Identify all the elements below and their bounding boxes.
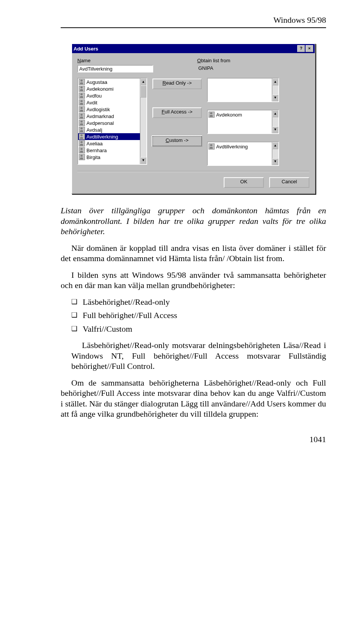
user-icon bbox=[79, 93, 85, 99]
fullaccess-listbox[interactable]: Avdekonom ▲ ▼ bbox=[207, 110, 279, 134]
paragraph-3: Läsbehörighet//Read-only motsvarar delni… bbox=[71, 340, 326, 372]
dialog-titlebar: Add Users ? × bbox=[72, 44, 315, 53]
list-item[interactable]: Avdit bbox=[78, 99, 140, 106]
list-item-label: Avdsalj bbox=[86, 127, 102, 133]
header-rule bbox=[61, 27, 326, 28]
user-icon bbox=[79, 99, 85, 106]
scroll-down-icon[interactable]: ▼ bbox=[272, 94, 278, 101]
user-icon bbox=[79, 140, 85, 146]
paragraph-2a: När domänen är kopplad till andra visas … bbox=[61, 243, 326, 264]
name-input[interactable]: AvdTillverkning bbox=[77, 65, 153, 72]
name-label: Name bbox=[77, 58, 190, 63]
list-item-label: Avdekonomi bbox=[86, 86, 113, 92]
list-item-label: Axeliaa bbox=[86, 141, 103, 146]
paragraph-4: Om de sammansatta behörigheterna Läsbehö… bbox=[61, 378, 326, 419]
user-icon bbox=[79, 147, 85, 153]
user-icon bbox=[79, 113, 85, 119]
users-listbox[interactable]: AugustaaAvdekonomiAvdfouAvditAvdlogistik… bbox=[77, 78, 147, 165]
list-item-label: Avdpersonal bbox=[86, 120, 114, 126]
bullet-item: Full behörighet//Full Access bbox=[71, 310, 326, 321]
scroll-down-icon[interactable]: ▼ bbox=[272, 126, 278, 133]
header-label: Windows 95/98 bbox=[61, 15, 326, 25]
list-item[interactable]: Avdfou bbox=[78, 92, 140, 99]
obtain-label: Obtain list from bbox=[197, 58, 309, 63]
list-item-label: Avdlogistik bbox=[86, 107, 110, 112]
list-item[interactable]: Avdekonomi bbox=[78, 85, 140, 92]
list-item-label: Birgita bbox=[86, 154, 100, 160]
readonly-scrollbar[interactable]: ▲ ▼ bbox=[272, 79, 278, 101]
dialog-title: Add Users bbox=[74, 46, 98, 52]
user-icon bbox=[79, 120, 85, 126]
user-icon bbox=[79, 154, 85, 160]
page-number: 1041 bbox=[61, 435, 326, 444]
list-item[interactable]: Avdmarknad bbox=[78, 113, 140, 120]
list-item-label: Bernhara bbox=[86, 148, 107, 153]
user-icon bbox=[209, 112, 215, 118]
list-item-label: Avdekonom bbox=[216, 112, 242, 118]
custom-button[interactable]: Custom -> bbox=[152, 136, 202, 146]
list-item-label: Avdfou bbox=[86, 93, 102, 99]
scroll-up-icon[interactable]: ▲ bbox=[272, 79, 278, 85]
cancel-button[interactable]: Cancel bbox=[269, 177, 309, 188]
fullaccess-scrollbar[interactable]: ▲ ▼ bbox=[272, 110, 278, 133]
paragraph-1: Listan över tillgängliga grupper och dom… bbox=[61, 205, 326, 237]
scroll-up-icon[interactable]: ▲ bbox=[140, 79, 146, 85]
bullet-item: Valfri//Custom bbox=[71, 324, 326, 334]
user-icon bbox=[79, 127, 85, 133]
scroll-down-icon[interactable]: ▼ bbox=[140, 157, 146, 164]
close-button[interactable]: × bbox=[306, 45, 313, 52]
list-item[interactable]: Avdekonom bbox=[208, 111, 272, 118]
user-icon bbox=[79, 134, 85, 140]
screenshot-figure: Add Users ? × Name AvdTillverkning Obtai… bbox=[61, 43, 326, 194]
list-item[interactable]: Axeliaa bbox=[78, 140, 140, 147]
scroll-thumb[interactable] bbox=[140, 85, 146, 98]
list-item-label: Augustaa bbox=[86, 79, 107, 85]
obtain-value: GNIPA bbox=[197, 65, 309, 71]
list-item[interactable]: Birgita bbox=[78, 154, 140, 161]
user-icon bbox=[209, 143, 215, 150]
bullet-list: Läsbehörighet//Read-onlyFull behörighet/… bbox=[71, 297, 326, 334]
user-icon bbox=[79, 106, 85, 112]
list-item-label: Avdmarknad bbox=[86, 113, 114, 119]
list-item[interactable]: Avdtillverkning bbox=[208, 143, 272, 150]
separator bbox=[77, 171, 309, 172]
read-only-button[interactable]: Read Only -> bbox=[152, 79, 202, 89]
add-users-dialog: Add Users ? × Name AvdTillverkning Obtai… bbox=[71, 43, 315, 194]
scroll-down-icon[interactable]: ▼ bbox=[272, 158, 278, 165]
list-item-label: Avdit bbox=[86, 100, 97, 106]
custom-scrollbar[interactable]: ▲ ▼ bbox=[272, 142, 278, 165]
list-item[interactable]: Avdsalj bbox=[78, 126, 140, 133]
list-item[interactable]: Avdtillverkning bbox=[78, 133, 140, 140]
scroll-up-icon[interactable]: ▲ bbox=[272, 110, 278, 117]
list-item-label: Avdtillverkning bbox=[216, 144, 248, 150]
list-item[interactable]: Augustaa bbox=[78, 79, 140, 85]
ok-button[interactable]: OK bbox=[224, 177, 264, 188]
user-icon bbox=[79, 86, 85, 92]
list-item[interactable]: Bernhara bbox=[78, 147, 140, 154]
user-icon bbox=[79, 79, 85, 85]
list-item-label: Avdtillverkning bbox=[86, 134, 118, 140]
help-button[interactable]: ? bbox=[297, 45, 305, 52]
full-access-button[interactable]: Full Access -> bbox=[152, 107, 202, 118]
list-item[interactable]: Avdpersonal bbox=[78, 120, 140, 126]
readonly-listbox[interactable]: ▲ ▼ bbox=[207, 78, 279, 102]
paragraph-2b: I bilden syns att Windows 95/98 använder… bbox=[61, 270, 326, 291]
paragraph-2: När domänen är kopplad till andra visas … bbox=[61, 243, 326, 291]
custom-listbox[interactable]: Avdtillverkning ▲ ▼ bbox=[207, 142, 279, 166]
users-scrollbar[interactable]: ▲ ▼ bbox=[140, 79, 146, 164]
scroll-up-icon[interactable]: ▲ bbox=[272, 142, 278, 149]
bullet-item: Läsbehörighet//Read-only bbox=[71, 297, 326, 307]
list-item[interactable]: Avdlogistik bbox=[78, 106, 140, 113]
